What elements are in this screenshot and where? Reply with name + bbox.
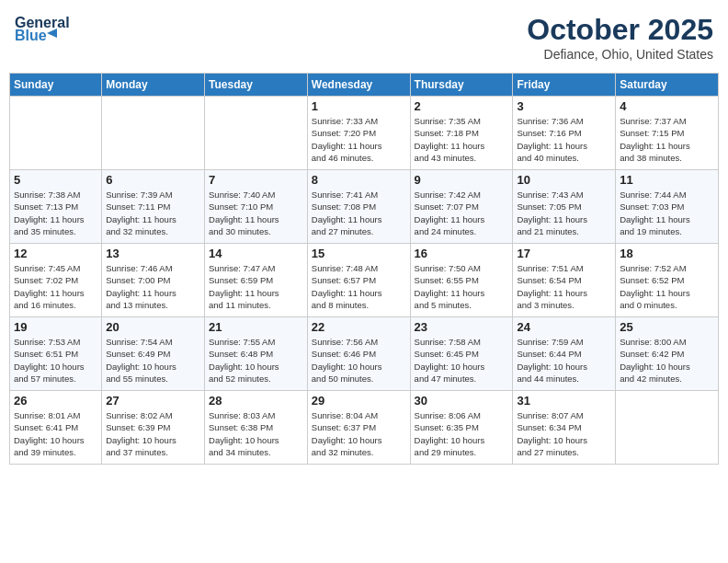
day-header-tuesday: Tuesday [205,74,308,97]
calendar-cell: 4Sunrise: 7:37 AM Sunset: 7:15 PM Daylig… [616,97,719,170]
calendar-cell: 24Sunrise: 7:59 AM Sunset: 6:44 PM Dayli… [513,317,616,391]
calendar-cell: 26Sunrise: 8:01 AM Sunset: 6:41 PM Dayli… [10,391,102,465]
day-info: Sunrise: 7:59 AM Sunset: 6:44 PM Dayligh… [517,336,611,385]
day-number: 20 [106,320,200,334]
day-info: Sunrise: 8:00 AM Sunset: 6:42 PM Dayligh… [620,336,714,385]
day-info: Sunrise: 7:48 AM Sunset: 6:57 PM Dayligh… [312,262,406,311]
day-info: Sunrise: 8:01 AM Sunset: 6:41 PM Dayligh… [14,409,97,458]
calendar-cell: 1Sunrise: 7:33 AM Sunset: 7:20 PM Daylig… [307,97,410,170]
calendar-cell [10,97,102,170]
calendar-cell: 6Sunrise: 7:39 AM Sunset: 7:11 PM Daylig… [102,170,205,244]
calendar-cell: 12Sunrise: 7:45 AM Sunset: 7:02 PM Dayli… [10,244,102,317]
day-number: 8 [312,173,406,187]
day-number: 10 [517,173,611,187]
day-info: Sunrise: 7:44 AM Sunset: 7:03 PM Dayligh… [620,189,714,237]
month-title: October 2025 [527,13,713,47]
header: GeneralBlue October 2025 Defiance, Ohio,… [9,9,719,65]
day-number: 26 [14,394,97,408]
calendar-cell: 7Sunrise: 7:40 AM Sunset: 7:10 PM Daylig… [205,170,308,244]
calendar-cell: 19Sunrise: 7:53 AM Sunset: 6:51 PM Dayli… [10,317,102,391]
day-number: 16 [415,247,509,260]
day-number: 22 [312,320,406,334]
calendar-cell: 2Sunrise: 7:35 AM Sunset: 7:18 PM Daylig… [410,97,513,170]
calendar-cell: 18Sunrise: 7:52 AM Sunset: 6:52 PM Dayli… [616,244,719,317]
day-header-wednesday: Wednesday [307,74,410,97]
calendar-cell: 22Sunrise: 7:56 AM Sunset: 6:46 PM Dayli… [307,317,410,391]
day-number: 1 [312,99,406,113]
day-number: 17 [517,247,611,260]
day-info: Sunrise: 7:39 AM Sunset: 7:11 PM Dayligh… [106,189,200,237]
calendar-cell: 29Sunrise: 8:04 AM Sunset: 6:37 PM Dayli… [307,391,410,465]
day-number: 28 [209,394,303,408]
svg-text:Blue: Blue [15,28,47,43]
logo: GeneralBlue [15,13,88,45]
calendar-cell: 30Sunrise: 8:06 AM Sunset: 6:35 PM Dayli… [410,391,513,465]
day-info: Sunrise: 7:38 AM Sunset: 7:13 PM Dayligh… [14,189,97,237]
calendar-cell [205,97,308,170]
location: Defiance, Ohio, United States [527,47,713,62]
calendar-cell [102,97,205,170]
calendar-cell: 5Sunrise: 7:38 AM Sunset: 7:13 PM Daylig… [10,170,102,244]
day-header-friday: Friday [513,74,616,97]
day-number: 6 [106,173,200,187]
day-info: Sunrise: 7:43 AM Sunset: 7:05 PM Dayligh… [517,189,611,237]
day-info: Sunrise: 7:41 AM Sunset: 7:08 PM Dayligh… [312,189,406,237]
day-info: Sunrise: 7:46 AM Sunset: 7:00 PM Dayligh… [106,262,200,311]
day-info: Sunrise: 7:53 AM Sunset: 6:51 PM Dayligh… [14,336,97,385]
logo-svg: GeneralBlue [15,13,88,45]
day-info: Sunrise: 7:47 AM Sunset: 6:59 PM Dayligh… [209,262,303,311]
day-info: Sunrise: 8:04 AM Sunset: 6:37 PM Dayligh… [312,409,406,458]
calendar-cell: 3Sunrise: 7:36 AM Sunset: 7:16 PM Daylig… [513,97,616,170]
calendar-cell: 17Sunrise: 7:51 AM Sunset: 6:54 PM Dayli… [513,244,616,317]
calendar-cell: 13Sunrise: 7:46 AM Sunset: 7:00 PM Dayli… [102,244,205,317]
day-info: Sunrise: 7:33 AM Sunset: 7:20 PM Dayligh… [312,115,406,164]
day-info: Sunrise: 7:35 AM Sunset: 7:18 PM Dayligh… [415,115,509,164]
calendar-table: SundayMondayTuesdayWednesdayThursdayFrid… [9,73,719,465]
day-number: 2 [415,99,509,113]
calendar-cell: 9Sunrise: 7:42 AM Sunset: 7:07 PM Daylig… [410,170,513,244]
day-number: 12 [14,247,97,260]
day-info: Sunrise: 8:02 AM Sunset: 6:39 PM Dayligh… [106,409,200,458]
day-header-sunday: Sunday [10,74,102,97]
calendar-cell: 10Sunrise: 7:43 AM Sunset: 7:05 PM Dayli… [513,170,616,244]
week-row-1: 1Sunrise: 7:33 AM Sunset: 7:20 PM Daylig… [10,97,719,170]
day-number: 11 [620,173,714,187]
calendar-cell: 15Sunrise: 7:48 AM Sunset: 6:57 PM Dayli… [307,244,410,317]
day-info: Sunrise: 7:58 AM Sunset: 6:45 PM Dayligh… [415,336,509,385]
calendar-cell: 31Sunrise: 8:07 AM Sunset: 6:34 PM Dayli… [513,391,616,465]
day-info: Sunrise: 7:55 AM Sunset: 6:48 PM Dayligh… [209,336,303,385]
calendar-cell: 8Sunrise: 7:41 AM Sunset: 7:08 PM Daylig… [307,170,410,244]
day-number: 18 [620,247,714,260]
day-info: Sunrise: 7:50 AM Sunset: 6:55 PM Dayligh… [415,262,509,311]
day-number: 13 [106,247,200,260]
day-info: Sunrise: 7:52 AM Sunset: 6:52 PM Dayligh… [620,262,714,311]
calendar-cell: 14Sunrise: 7:47 AM Sunset: 6:59 PM Dayli… [205,244,308,317]
calendar-cell: 21Sunrise: 7:55 AM Sunset: 6:48 PM Dayli… [205,317,308,391]
day-header-saturday: Saturday [616,74,719,97]
week-row-2: 5Sunrise: 7:38 AM Sunset: 7:13 PM Daylig… [10,170,719,244]
day-number: 23 [415,320,509,334]
day-number: 27 [106,394,200,408]
calendar-cell: 28Sunrise: 8:03 AM Sunset: 6:38 PM Dayli… [205,391,308,465]
day-number: 25 [620,320,714,334]
day-number: 4 [620,99,714,113]
day-info: Sunrise: 8:03 AM Sunset: 6:38 PM Dayligh… [209,409,303,458]
day-number: 5 [14,173,97,187]
day-number: 31 [517,394,611,408]
day-number: 15 [312,247,406,260]
day-number: 29 [312,394,406,408]
calendar-cell: 11Sunrise: 7:44 AM Sunset: 7:03 PM Dayli… [616,170,719,244]
day-header-monday: Monday [102,74,205,97]
week-row-3: 12Sunrise: 7:45 AM Sunset: 7:02 PM Dayli… [10,244,719,317]
day-info: Sunrise: 7:45 AM Sunset: 7:02 PM Dayligh… [14,262,97,311]
day-info: Sunrise: 8:07 AM Sunset: 6:34 PM Dayligh… [517,409,611,458]
day-info: Sunrise: 7:40 AM Sunset: 7:10 PM Dayligh… [209,189,303,237]
day-number: 7 [209,173,303,187]
calendar-cell: 16Sunrise: 7:50 AM Sunset: 6:55 PM Dayli… [410,244,513,317]
calendar-cell: 25Sunrise: 8:00 AM Sunset: 6:42 PM Dayli… [616,317,719,391]
day-info: Sunrise: 7:37 AM Sunset: 7:15 PM Dayligh… [620,115,714,164]
day-header-thursday: Thursday [410,74,513,97]
day-number: 9 [415,173,509,187]
week-row-4: 19Sunrise: 7:53 AM Sunset: 6:51 PM Dayli… [10,317,719,391]
calendar-cell: 20Sunrise: 7:54 AM Sunset: 6:49 PM Dayli… [102,317,205,391]
